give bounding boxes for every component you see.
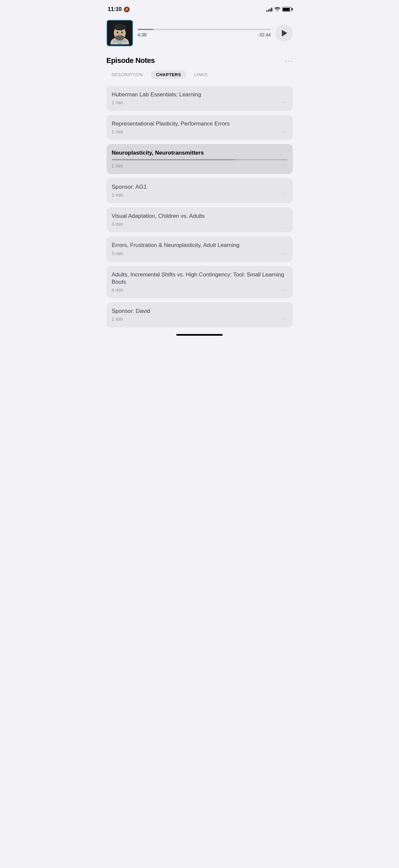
player-controls: 4:38 -32:44: [138, 29, 271, 37]
chapter-footer-4: 1 min···: [112, 192, 288, 198]
chapters-list: Huberman Lab Essentials; Learning1 min··…: [106, 86, 293, 328]
chapter-footer-2: 1 min···: [112, 129, 288, 135]
chapter-more-button-2[interactable]: ···: [281, 129, 287, 135]
chapter-title-4: Sponsor: AG1: [112, 183, 288, 191]
bell-muted-icon: 🔕: [124, 6, 130, 12]
chapter-footer-7: 4 min···: [112, 287, 288, 293]
album-label-huberman: HUBERMAN: [107, 40, 132, 42]
status-time: 11:10: [108, 6, 122, 12]
time-remaining: -32:44: [258, 32, 271, 37]
tab-links[interactable]: LINKS: [189, 70, 213, 79]
chapter-card-5[interactable]: Visual Adaptation, Children vs. Adults4 …: [106, 207, 293, 232]
chapter-progress-bar-3: [112, 159, 288, 160]
album-label-lab: LAB: [107, 42, 132, 44]
progress-bar[interactable]: [138, 29, 271, 30]
battery-icon: [282, 7, 292, 11]
chapter-title-7: Adults, Incremental Shifts vs. High Cont…: [112, 271, 288, 286]
svg-point-4: [114, 24, 126, 30]
chapter-footer-8: 1 min···: [112, 316, 288, 322]
chapter-more-button-4[interactable]: ···: [281, 192, 287, 198]
chapter-card-2[interactable]: Representational Plasticity, Performance…: [106, 115, 293, 140]
status-icons: [266, 7, 292, 12]
play-icon: [282, 30, 287, 36]
svg-point-8: [119, 33, 121, 36]
tab-description[interactable]: DESCRIPTION: [106, 70, 148, 79]
chapter-footer-5: 4 min···: [112, 221, 288, 227]
chapter-progress-fill-3: [112, 159, 235, 160]
chapter-card-4[interactable]: Sponsor: AG11 min···: [106, 178, 293, 203]
chapter-duration-8: 1 min: [112, 316, 123, 322]
chapter-more-button-3[interactable]: ···: [281, 163, 287, 169]
svg-point-6: [117, 32, 118, 33]
time-current: 4:38: [138, 32, 146, 37]
chapter-more-button-8[interactable]: ···: [281, 316, 287, 322]
chapter-duration-7: 4 min: [112, 287, 123, 292]
chapter-duration-2: 1 min: [112, 129, 123, 134]
chapter-duration-3: 1 min: [112, 163, 123, 168]
play-button[interactable]: [275, 25, 293, 42]
chapter-more-button-1[interactable]: ···: [281, 100, 287, 105]
chapter-title-1: Huberman Lab Essentials; Learning: [112, 91, 288, 98]
chapter-card-3[interactable]: Neuroplasticity, Neurotransmitters1 min·…: [106, 144, 293, 174]
svg-point-5: [115, 35, 124, 40]
chapter-title-6: Errors, Frustration & Neuroplasticity, A…: [112, 242, 288, 249]
album-art: HUBERMAN LAB: [106, 20, 133, 46]
chapter-more-button-7[interactable]: ···: [281, 287, 287, 293]
chapter-card-8[interactable]: Sponsor: David1 min···: [106, 302, 293, 328]
wifi-icon: [274, 7, 280, 12]
chapter-card-6[interactable]: Errors, Frustration & Neuroplasticity, A…: [106, 236, 293, 261]
home-indicator: [176, 334, 223, 336]
chapter-duration-5: 4 min: [112, 221, 123, 227]
episode-notes-title: Episode Notes: [106, 56, 155, 65]
chapter-card-1[interactable]: Huberman Lab Essentials; Learning1 min··…: [106, 86, 293, 111]
progress-fill: [138, 29, 154, 30]
status-bar: 11:10 🔕: [100, 0, 299, 17]
chapter-title-5: Visual Adaptation, Children vs. Adults: [112, 213, 288, 220]
player-section: HUBERMAN LAB 4:38 -32:44: [100, 17, 299, 53]
chapter-more-button-5[interactable]: ···: [281, 221, 287, 227]
tab-chapters[interactable]: CHAPTERS: [151, 70, 187, 79]
tabs-row: DESCRIPTION CHAPTERS LINKS: [106, 70, 293, 79]
signal-icon: [266, 7, 272, 11]
chapter-duration-6: 3 min: [112, 251, 123, 256]
more-options-button[interactable]: ···: [285, 57, 293, 65]
chapter-footer-1: 1 min···: [112, 100, 288, 105]
episode-notes-section: Episode Notes ··· DESCRIPTION CHAPTERS L…: [100, 56, 299, 328]
chapter-footer-3: 1 min···: [112, 163, 288, 169]
episode-notes-header: Episode Notes ···: [106, 56, 293, 65]
chapter-more-button-6[interactable]: ···: [281, 251, 287, 256]
chapter-title-2: Representational Plasticity, Performance…: [112, 120, 288, 127]
chapter-footer-6: 3 min···: [112, 251, 288, 256]
chapter-title-3: Neuroplasticity, Neurotransmitters: [112, 149, 288, 157]
chapter-card-7[interactable]: Adults, Incremental Shifts vs. High Cont…: [106, 266, 293, 298]
chapter-title-8: Sponsor: David: [112, 308, 288, 315]
svg-point-7: [121, 32, 123, 33]
chapter-duration-4: 1 min: [112, 192, 123, 198]
chapter-duration-1: 1 min: [112, 100, 123, 105]
time-row: 4:38 -32:44: [138, 32, 271, 37]
